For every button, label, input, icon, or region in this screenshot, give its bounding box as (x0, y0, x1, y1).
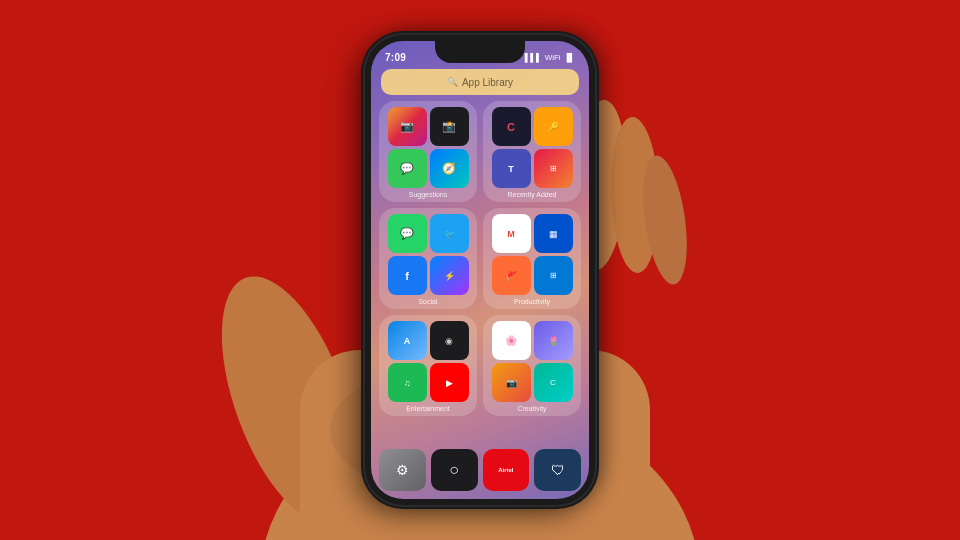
app-facebook[interactable]: f (388, 256, 427, 295)
wifi-icon: WiFi (545, 53, 561, 62)
folder-social[interactable]: 💬 🐦 f ⚡ Social (379, 208, 477, 309)
folder-entertainment-label: Entertainment (406, 405, 450, 412)
app-dark[interactable]: ◉ (430, 321, 469, 360)
phone-screen: 7:09 ▌▌▌ WiFi ▐▌ 🔍 App Library (371, 41, 589, 499)
app-shield[interactable]: 🛡 (534, 449, 581, 491)
folder-recently-label: Recently Added (507, 191, 556, 198)
airtel-icon: Airtel (498, 467, 513, 473)
app-gmail[interactable]: M (492, 214, 531, 253)
app-airtel[interactable]: Airtel (483, 449, 530, 491)
app-cam2[interactable]: 📷 (492, 363, 531, 402)
folder-productivity[interactable]: M ▦ 🚩 ⊞ Productivity (483, 208, 581, 309)
shield-icon: 🛡 (551, 462, 565, 478)
app-ms[interactable]: ⊞ (534, 149, 573, 188)
status-icons: ▌▌▌ WiFi ▐▌ (525, 53, 575, 62)
folder-apps-productivity: M ▦ 🚩 ⊞ (492, 214, 573, 295)
folder-apps: 📷 📸 💬 🧭 (388, 107, 469, 188)
battery-icon: ▐▌ (564, 53, 575, 62)
app-spotify[interactable]: ♫ (388, 363, 427, 402)
zero-icon: ○ (449, 461, 459, 479)
app-grid: 📷 📸 💬 🧭 Suggestion (379, 101, 581, 459)
app-teams[interactable]: T (492, 149, 531, 188)
app-safari[interactable]: 🧭 (430, 149, 469, 188)
phone: 7:09 ▌▌▌ WiFi ▐▌ 🔍 App Library (365, 35, 595, 505)
app-messenger[interactable]: ⚡ (430, 256, 469, 295)
app-youtube[interactable]: ▶ (430, 363, 469, 402)
notch (435, 41, 525, 63)
app-flag[interactable]: 🚩 (492, 256, 531, 295)
signal-icon: ▌▌▌ (525, 53, 542, 62)
app-settings[interactable]: ⚙ (379, 449, 426, 491)
app-appstore[interactable]: A (388, 321, 427, 360)
app-camera[interactable]: 📸 (430, 107, 469, 146)
folder-social-label: Social (418, 298, 437, 305)
folder-suggestions[interactable]: 📷 📸 💬 🧭 Suggestion (379, 101, 477, 202)
phone-wrapper: 7:09 ▌▌▌ WiFi ▐▌ 🔍 App Library (365, 35, 595, 505)
app-trello[interactable]: ▦ (534, 214, 573, 253)
folder-entertainment[interactable]: A ◉ ♫ ▶ Entertainment (379, 315, 477, 416)
app-whatsapp[interactable]: 💬 (388, 214, 427, 253)
search-icon: 🔍 (447, 77, 458, 87)
app-files[interactable]: C (534, 363, 573, 402)
app-messages[interactable]: 💬 (388, 149, 427, 188)
folder-recently-added[interactable]: C 🔑 T ⊞ Recently Adde (483, 101, 581, 202)
app-photos2[interactable]: 🌷 (534, 321, 573, 360)
app-photos[interactable]: 🌸 (492, 321, 531, 360)
folder-apps-recently: C 🔑 T ⊞ (492, 107, 573, 188)
app-twitter[interactable]: 🐦 (430, 214, 469, 253)
status-time: 7:09 (385, 52, 406, 63)
folder-creativity-label: Creativity (517, 405, 546, 412)
app-ms2[interactable]: ⊞ (534, 256, 573, 295)
folder-creativity[interactable]: 🌸 🌷 📷 C Creativity (483, 315, 581, 416)
settings-icon: ⚙ (396, 462, 409, 478)
search-bar[interactable]: 🔍 App Library (381, 69, 579, 95)
app-keys[interactable]: 🔑 (534, 107, 573, 146)
folder-productivity-label: Productivity (514, 298, 550, 305)
folder-suggestions-label: Suggestions (409, 191, 448, 198)
search-text: App Library (462, 77, 513, 88)
bottom-app-row: ⚙ ○ Airtel 🛡 (379, 449, 581, 491)
folder-apps-social: 💬 🐦 f ⚡ (388, 214, 469, 295)
app-instagram[interactable]: 📷 (388, 107, 427, 146)
scene: 7:09 ▌▌▌ WiFi ▐▌ 🔍 App Library (0, 0, 960, 540)
folder-apps-entertainment: A ◉ ♫ ▶ (388, 321, 469, 402)
app-zero[interactable]: ○ (431, 449, 478, 491)
app-clearcut[interactable]: C (492, 107, 531, 146)
folder-apps-creativity: 🌸 🌷 📷 C (492, 321, 573, 402)
